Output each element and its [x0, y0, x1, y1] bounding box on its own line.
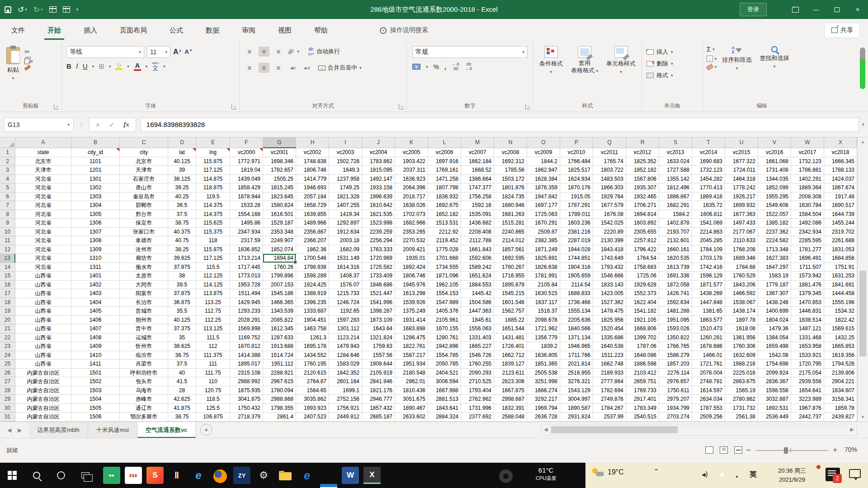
cell-S15[interactable]: 1691.336 — [659, 272, 692, 281]
cell-Q8[interactable]: 1676.08 — [593, 210, 626, 219]
column-header-H[interactable]: H — [296, 137, 329, 148]
cell-P5[interactable]: 1870.176 — [560, 183, 593, 192]
cell-B31[interactable]: 1506 — [71, 413, 120, 422]
cell-O23[interactable]: 1839.2 — [527, 342, 560, 351]
cell-X24[interactable]: 1619.356 — [824, 351, 857, 360]
cell-C16[interactable]: 大同市 — [120, 281, 168, 290]
align-left-icon[interactable]: ≡ — [244, 63, 255, 73]
cell-X20[interactable]: 1822.42 — [824, 316, 857, 325]
cell-A27[interactable]: 内蒙古自治区 — [15, 377, 71, 386]
cell-U9[interactable]: 1497.433 — [725, 219, 758, 228]
cell-W11[interactable]: 2285.595 — [791, 236, 824, 245]
cell-H24[interactable]: 1434.552 — [296, 351, 329, 360]
scroll-right-icon[interactable]: ▶ — [850, 427, 854, 432]
cell-T20[interactable]: 1863.577 — [692, 316, 725, 325]
cell-E13[interactable]: 117.125 — [196, 254, 230, 263]
row-header-6[interactable]: 6 — [0, 192, 15, 202]
cell-T27[interactable]: 2748.781 — [692, 377, 725, 386]
cell-M27[interactable]: 2710.525 — [461, 377, 494, 386]
cell-O10[interactable]: 2509.87 — [527, 228, 560, 237]
cell-H14[interactable]: 1798.938 — [296, 263, 329, 272]
cell-F12[interactable]: 1836.852 — [230, 245, 263, 254]
cell-L23[interactable]: 1942.896 — [428, 342, 461, 351]
cell-A22[interactable]: 山西省 — [15, 333, 71, 343]
cell-H30[interactable]: 1993.923 — [296, 404, 329, 413]
cell-O15[interactable]: 1781.991 — [527, 272, 560, 281]
cell-I14[interactable]: 1614.316 — [329, 263, 362, 272]
cell-B28[interactable]: 1503 — [71, 386, 120, 395]
cell-H29[interactable]: 3035.862 — [296, 395, 329, 404]
cell-R3[interactable]: 1852.182 — [626, 166, 659, 175]
cell-Q23[interactable]: 1640.538 — [593, 342, 626, 351]
cell-S24[interactable]: 1586.279 — [659, 351, 692, 360]
cell-D14[interactable]: 37.875 — [168, 263, 196, 272]
cell-J15[interactable]: 1733.409 — [362, 272, 395, 281]
format-as-table-button[interactable]: 套用表格格式 ▾ — [568, 44, 601, 112]
cell-B24[interactable]: 1410 — [71, 351, 120, 360]
cell-K8[interactable]: 1702.073 — [395, 210, 428, 219]
cell-K31[interactable]: 2633.602 — [395, 413, 428, 422]
cell-B17[interactable]: 1403 — [71, 289, 120, 298]
cell-N2[interactable]: 1692.312 — [494, 157, 527, 166]
scroll-down-icon[interactable]: ▼ — [858, 413, 868, 422]
cell-D3[interactable]: 39 — [168, 166, 196, 175]
cell-P10[interactable]: 2381.216 — [560, 228, 593, 237]
cell-F3[interactable]: 1819.04 — [230, 166, 263, 175]
cell-V17[interactable]: 1367.307 — [758, 289, 791, 298]
tab-insert[interactable]: 插入 — [72, 19, 108, 42]
cell-U16[interactable]: 1843.206 — [725, 281, 758, 290]
cell-X10[interactable]: 2319.702 — [824, 228, 857, 237]
cell-P23[interactable]: 1946.965 — [560, 342, 593, 351]
conditional-formatting-button[interactable]: 条件格式▾ — [537, 44, 566, 112]
increase-font-icon[interactable]: A▲ — [173, 48, 182, 56]
column-header-W[interactable]: W — [791, 137, 824, 148]
cell-E2[interactable]: 115.875 — [196, 157, 230, 166]
cell-J22[interactable]: 1321.824 — [362, 333, 395, 343]
cell-S11[interactable]: 2132.601 — [659, 236, 692, 245]
cell-P6[interactable]: 1915.05 — [560, 192, 593, 202]
cell-C6[interactable]: 秦皇岛市 — [120, 192, 168, 202]
cell-K21[interactable]: 1683.898 — [395, 324, 428, 333]
cell-J18[interactable]: 1541.996 — [362, 298, 395, 307]
cell-D11[interactable]: 40.75 — [168, 236, 196, 245]
cell-P9[interactable]: 1603.236 — [560, 219, 593, 228]
cell-C31[interactable]: 鄂尔多斯市 — [120, 413, 168, 422]
cell-D26[interactable]: 40 — [168, 369, 196, 378]
cell-O29[interactable]: 3292.217 — [527, 395, 560, 404]
cell-T19[interactable]: 1381.65 — [692, 307, 725, 316]
cell-B20[interactable]: 1406 — [71, 316, 120, 325]
cell-F16[interactable]: 1953.728 — [230, 281, 263, 290]
cell-K2[interactable]: 1903.422 — [395, 157, 428, 166]
cell-F15[interactable]: 1773.013 — [230, 272, 263, 281]
cell-V26[interactable]: 2099.924 — [758, 369, 791, 378]
cell-G20[interactable]: 2085.822 — [263, 316, 296, 325]
cell-R28[interactable]: 1769.733 — [626, 386, 659, 395]
row-header-31[interactable]: 31 — [0, 413, 15, 422]
cell-A28[interactable]: 内蒙古自治区 — [15, 386, 71, 395]
cell-E19[interactable]: 112.75 — [196, 307, 230, 316]
wrap-text-button[interactable]: abc↵ 自动换行 — [308, 47, 340, 56]
cell-C11[interactable]: 承德市 — [120, 236, 168, 245]
cell-H11[interactable]: 2366.207 — [296, 236, 329, 245]
horizontal-scroll-thumb[interactable] — [551, 426, 678, 433]
cell-U11[interactable]: 2110.633 — [725, 236, 758, 245]
cell-P22[interactable]: 1371.134 — [560, 333, 593, 343]
clear-button[interactable]: ▾ — [707, 65, 717, 69]
cell-U2[interactable]: 1677.322 — [725, 157, 758, 166]
cell-C10[interactable]: 张家口市 — [120, 228, 168, 237]
cell-M15[interactable]: 1651.624 — [461, 272, 494, 281]
cell-C22[interactable]: 运城市 — [120, 333, 168, 343]
cell-D31[interactable]: 38.75 — [168, 413, 196, 422]
cell-E31[interactable]: 106.875 — [196, 413, 230, 422]
cell-Q31[interactable]: 2537.99 — [593, 413, 626, 422]
cell-I17[interactable]: 1215.733 — [329, 289, 362, 298]
cell-D5[interactable]: 39.25 — [168, 183, 196, 192]
cell-L22[interactable]: 1280.761 — [428, 333, 461, 343]
orientation-icon[interactable]: ab — [286, 47, 295, 56]
cell-E20[interactable]: 112.25 — [196, 316, 230, 325]
cell-L7[interactable]: 1692.675 — [428, 201, 461, 210]
cell-K29[interactable]: 3051.675 — [395, 395, 428, 404]
cell-N21[interactable]: 1651.544 — [494, 324, 527, 333]
alignment-dialog-launcher-icon[interactable] — [399, 104, 404, 109]
number-dialog-launcher-icon[interactable] — [525, 104, 531, 109]
